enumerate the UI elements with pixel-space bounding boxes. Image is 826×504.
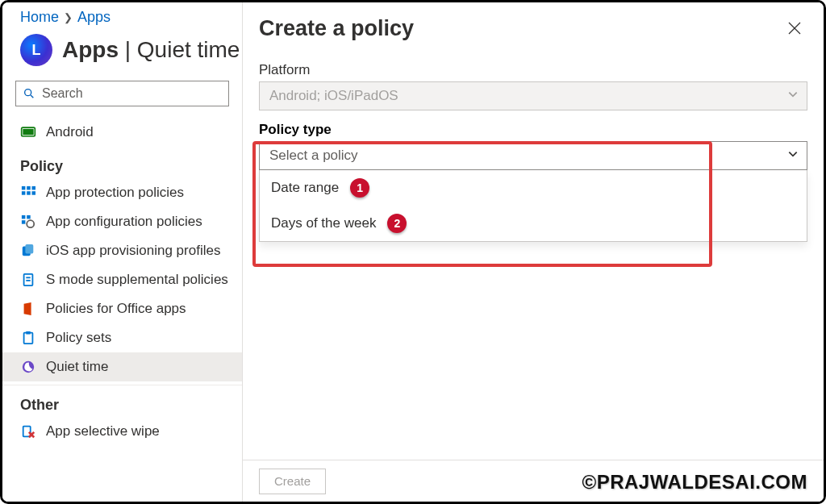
svg-rect-15 (25, 244, 33, 254)
monitor-icon (20, 124, 36, 140)
svg-rect-4 (22, 186, 26, 190)
sidebar-item-office-policies[interactable]: Policies for Office apps (2, 294, 242, 323)
svg-rect-12 (22, 220, 26, 224)
sidebar-item-label: App protection policies (46, 185, 184, 201)
svg-point-13 (27, 220, 34, 227)
sidebar-item-app-selective-wipe[interactable]: App selective wipe (2, 417, 242, 446)
wipe-icon (20, 423, 36, 439)
svg-rect-10 (22, 215, 26, 219)
svg-rect-22 (23, 427, 31, 437)
sidebar-item-label: App configuration policies (46, 214, 202, 230)
close-button[interactable] (782, 15, 807, 41)
sidebar-item-policy-sets[interactable]: Policy sets (2, 323, 242, 352)
sidebar-item-label: iOS app provisioning profiles (46, 243, 220, 259)
sidebar-item-ios-provisioning[interactable]: iOS app provisioning profiles (2, 236, 242, 265)
svg-rect-9 (32, 191, 36, 195)
policy-type-dropdown: Date range 1 Days of the week 2 (259, 170, 807, 242)
svg-rect-11 (27, 215, 31, 219)
svg-line-1 (31, 95, 33, 98)
breadcrumb-apps[interactable]: Apps (77, 9, 111, 26)
search-icon (23, 87, 35, 100)
sidebar-item-label: Policies for Office apps (46, 301, 186, 317)
grid-icon (20, 185, 36, 201)
chevron-down-icon (787, 88, 799, 104)
svg-rect-19 (24, 333, 33, 344)
sidebar: Home ❯ Apps L Apps | Quiet time Android … (2, 2, 243, 502)
sidebar-item-label: App selective wipe (46, 423, 160, 439)
annotation-badge: 2 (387, 214, 407, 233)
watermark-text: ©PRAJWALDESAI.COM (582, 471, 807, 494)
page-title: L Apps | Quiet time (2, 31, 242, 81)
annotation-badge: 1 (350, 178, 369, 198)
chevron-right-icon: ❯ (64, 11, 73, 23)
grid-gear-icon (20, 214, 36, 230)
page-title-strong: Apps (62, 37, 119, 62)
svg-rect-5 (27, 186, 31, 190)
sidebar-item-s-mode[interactable]: S mode supplemental policies (2, 265, 242, 294)
sidebar-item-app-config[interactable]: App configuration policies (2, 207, 242, 236)
platform-label: Platform (259, 62, 807, 81)
svg-rect-6 (32, 186, 36, 190)
svg-rect-20 (26, 331, 30, 335)
create-button[interactable]: Create (259, 469, 326, 494)
search-input[interactable] (42, 86, 222, 101)
copy-icon (20, 243, 36, 259)
moon-icon (20, 359, 36, 375)
nav-group-policy: Policy (2, 147, 242, 178)
policy-type-option-date-range[interactable]: Date range 1 (260, 170, 807, 206)
chevron-down-icon (787, 148, 799, 164)
platform-value: Android; iOS/iPadOS (269, 88, 398, 104)
policy-type-select[interactable]: Select a policy (259, 141, 807, 170)
policy-type-label: Policy type (259, 122, 807, 141)
platform-select: Android; iOS/iPadOS (259, 81, 807, 110)
panel-title: Create a policy (259, 16, 414, 41)
search-input-wrapper[interactable] (15, 81, 229, 106)
svg-rect-3 (23, 129, 33, 135)
create-policy-panel: Create a policy Platform Android; iOS/iP… (243, 2, 824, 502)
sidebar-item-app-protection[interactable]: App protection policies (2, 178, 242, 207)
sidebar-item-label: Policy sets (46, 330, 111, 346)
dropdown-item-label: Days of the week (271, 215, 376, 231)
clipboard-icon (20, 330, 36, 346)
svg-rect-8 (27, 191, 31, 195)
sidebar-item-quiet-time[interactable]: Quiet time (2, 352, 242, 381)
policy-type-option-days-of-week[interactable]: Days of the week 2 (260, 206, 807, 241)
apps-icon: L (20, 34, 52, 66)
breadcrumb-home[interactable]: Home (20, 9, 59, 26)
sidebar-item-label: Android (46, 124, 94, 140)
sidebar-item-label: S mode supplemental policies (46, 272, 228, 288)
policy-type-placeholder: Select a policy (269, 148, 358, 164)
breadcrumb: Home ❯ Apps (2, 7, 242, 31)
document-icon (20, 272, 36, 288)
sidebar-item-android[interactable]: Android (2, 118, 242, 147)
dropdown-item-label: Date range (271, 180, 339, 196)
office-icon (20, 301, 36, 317)
svg-point-0 (25, 90, 31, 96)
sidebar-item-label: Quiet time (46, 359, 108, 375)
svg-rect-7 (22, 191, 26, 195)
page-title-suffix: | Quiet time (119, 37, 240, 62)
nav-group-other: Other (2, 385, 242, 417)
